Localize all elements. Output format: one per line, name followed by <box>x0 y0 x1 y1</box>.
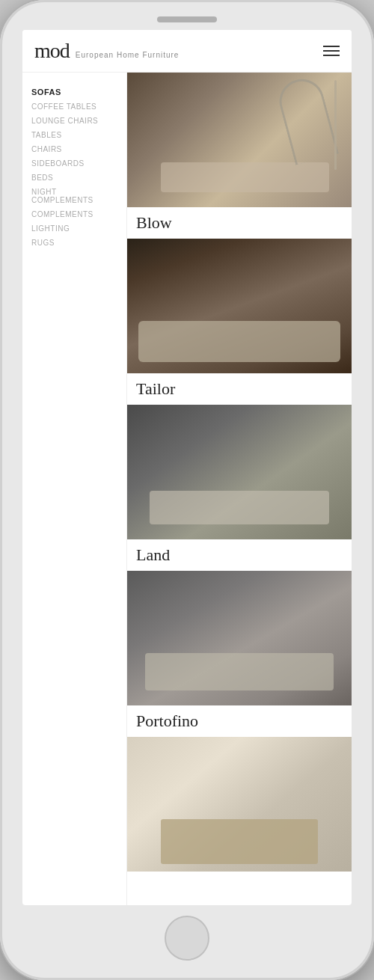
sidebar-item-lounge-chairs[interactable]: LOUNGE CHAIRS <box>31 114 117 128</box>
hamburger-line-2 <box>323 50 340 52</box>
tagline: European Home Furniture <box>76 51 180 59</box>
product-portofino[interactable]: Portofino <box>127 571 352 737</box>
phone-frame: mod European Home Furniture SOFAS COFFEE… <box>0 0 374 980</box>
sidebar-item-coffee-tables[interactable]: COFFEE TABLES <box>31 99 117 114</box>
header: mod European Home Furniture <box>22 30 352 73</box>
lamp-decoration <box>275 74 339 165</box>
sidebar-item-night-complements[interactable]: NIGHT COMPLEMENTS <box>31 185 117 207</box>
hamburger-line-1 <box>323 46 340 47</box>
product-image-land <box>127 405 352 539</box>
home-button[interactable] <box>165 916 209 961</box>
logo[interactable]: mod <box>34 39 70 63</box>
sidebar-item-sofas[interactable]: SOFAS <box>31 85 117 99</box>
product-image-tailor <box>127 239 352 373</box>
sidebar-item-tables[interactable]: TABLES <box>31 128 117 142</box>
product-name-tailor: Tailor <box>127 373 352 405</box>
main-layout: SOFAS COFFEE TABLES LOUNGE CHAIRS TABLES… <box>22 73 352 905</box>
product-image-blow <box>127 73 352 207</box>
sidebar-item-beds[interactable]: BEDS <box>31 171 117 185</box>
product-image-last <box>127 737 352 872</box>
logo-area: mod European Home Furniture <box>34 39 179 63</box>
screen-content: mod European Home Furniture SOFAS COFFEE… <box>22 30 352 905</box>
sidebar-item-chairs[interactable]: CHAIRS <box>31 142 117 156</box>
product-name-portofino: Portofino <box>127 705 352 737</box>
hamburger-line-3 <box>323 55 340 56</box>
product-tailor[interactable]: Tailor <box>127 239 352 405</box>
product-name-blow: Blow <box>127 207 352 239</box>
sidebar-item-rugs[interactable]: RUGS <box>31 236 117 250</box>
product-blow[interactable]: Blow <box>127 73 352 239</box>
sidebar-item-complements[interactable]: COMPLEMENTS <box>31 207 117 221</box>
menu-button[interactable] <box>323 46 340 56</box>
sidebar-item-sideboards[interactable]: SIDEBOARDS <box>31 156 117 171</box>
sidebar-nav: SOFAS COFFEE TABLES LOUNGE CHAIRS TABLES… <box>22 73 127 905</box>
product-name-land: Land <box>127 539 352 571</box>
product-last[interactable] <box>127 737 352 872</box>
products-area: Blow Tailor Land Portof <box>127 73 352 905</box>
phone-screen: mod European Home Furniture SOFAS COFFEE… <box>22 30 352 905</box>
sidebar-item-lighting[interactable]: LIGHTING <box>31 221 117 236</box>
product-land[interactable]: Land <box>127 405 352 571</box>
phone-speaker <box>157 16 217 22</box>
product-image-portofino <box>127 571 352 705</box>
